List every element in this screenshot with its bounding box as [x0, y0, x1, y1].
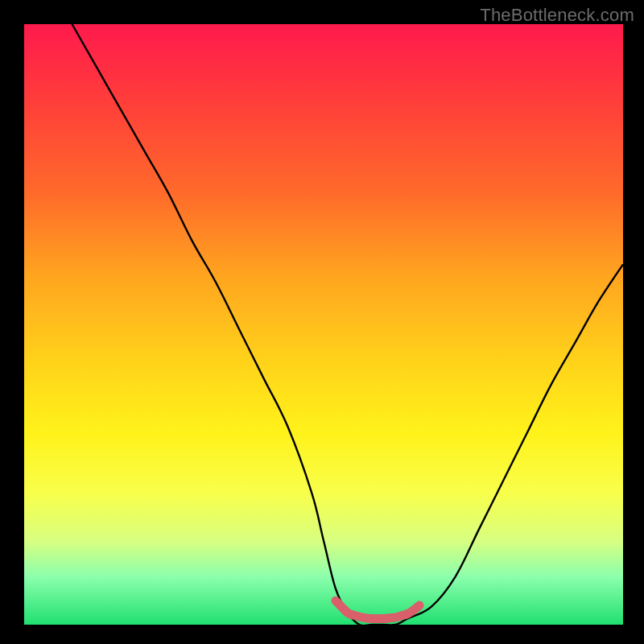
watermark-text: TheBottleneck.com [480, 5, 634, 26]
bottleneck-curve [72, 24, 624, 625]
chart-frame: TheBottleneck.com [0, 0, 644, 644]
plot-area [24, 24, 623, 625]
optimal-band [336, 601, 419, 618]
chart-svg [24, 24, 623, 625]
